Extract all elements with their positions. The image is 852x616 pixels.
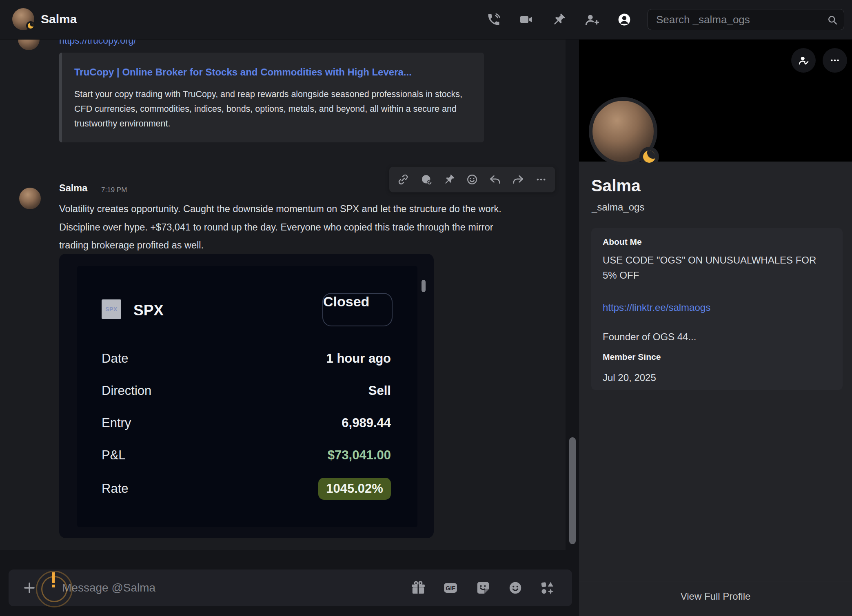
message-text: Volatility creates opportunity. Caught t…	[59, 200, 524, 255]
idle-moon-icon	[643, 151, 655, 163]
sticker-icon	[475, 580, 491, 596]
trade-status-badge: Closed	[322, 293, 393, 326]
profile-link[interactable]: https://linktr.ee/salmaogs	[603, 300, 710, 315]
super-reaction-icon	[420, 173, 433, 186]
rate-badge: 1045.02%	[318, 478, 391, 500]
user-profile-panel: Salma _salma_ogs About Me USE CODE "OGS"…	[579, 39, 852, 616]
profile-more-button[interactable]	[823, 48, 847, 73]
trade-row-value: 1 hour ago	[326, 351, 391, 366]
status-badge	[639, 147, 659, 166]
friend-added-button[interactable]	[791, 48, 816, 73]
trade-row-value: Sell	[368, 383, 391, 398]
emoji-icon	[508, 580, 523, 596]
founder-text: Founder of OGS 44...	[603, 329, 696, 344]
idle-moon-icon	[28, 23, 33, 29]
video-call-button[interactable]	[517, 11, 535, 29]
chat-scrollbar[interactable]	[569, 437, 576, 544]
embed-title-link[interactable]: TruCopy | Online Broker for Stocks and C…	[74, 63, 425, 81]
friend-added-icon	[798, 55, 809, 66]
spx-icon-label: SPX	[105, 306, 118, 312]
profile-info-card: About Me USE CODE "OGS" ON UNUSUALWHALES…	[591, 228, 843, 390]
trade-row-label: Rate	[102, 481, 128, 496]
gift-icon	[410, 580, 426, 596]
apps-button[interactable]	[538, 579, 556, 597]
voice-call-button[interactable]	[485, 11, 503, 29]
panel-divider	[579, 581, 852, 581]
trade-row-pnl: P&L $73,041.00	[102, 446, 391, 464]
forward-button[interactable]	[509, 171, 527, 188]
add-friend-icon	[584, 12, 599, 27]
more-options-button[interactable]	[532, 171, 550, 188]
more-options-icon	[829, 55, 841, 66]
reply-icon	[489, 173, 501, 186]
dm-header: Salma	[0, 0, 852, 40]
gif-picker-button[interactable]: GIF	[442, 579, 459, 597]
spx-ticker-icon: SPX	[102, 299, 121, 319]
apps-icon	[539, 580, 555, 596]
message-author[interactable]: Salma	[59, 183, 87, 194]
add-friend-button[interactable]	[583, 11, 601, 29]
header-status-badge	[26, 21, 35, 30]
discord-dm-window: https://trucopy.org/ TruCopy | Online Br…	[0, 0, 852, 616]
copy-link-button[interactable]	[394, 171, 412, 188]
pin-icon	[443, 173, 455, 186]
search-box	[648, 9, 844, 30]
message-timestamp: 7:19 PM	[101, 186, 127, 194]
link-embed: TruCopy | Online Broker for Stocks and C…	[59, 53, 484, 142]
trade-row-value: $73,041.00	[328, 448, 391, 463]
attach-plus-button[interactable]	[20, 579, 38, 597]
gif-label: GIF	[446, 585, 455, 592]
embed-description: Start your copy trading with TruCopy, an…	[74, 87, 468, 131]
message-actions-toolbar	[389, 166, 555, 193]
plus-icon	[22, 581, 37, 595]
trade-row-label: Entry	[102, 416, 131, 430]
more-options-icon	[535, 173, 547, 186]
about-me-text: USE CODE "OGS" ON UNUSUALWHALES FOR 5% O…	[603, 253, 826, 283]
trade-row-label: Direction	[102, 383, 151, 398]
avatar[interactable]	[19, 188, 41, 209]
trade-row-date: Date 1 hour ago	[102, 350, 391, 368]
search-icon	[827, 14, 838, 26]
add-reaction-icon	[466, 173, 478, 186]
pin-message-button[interactable]	[440, 171, 458, 188]
super-reaction-button[interactable]	[417, 171, 435, 188]
video-call-icon	[519, 12, 533, 27]
profile-username: _salma_ogs	[592, 202, 644, 213]
message-input[interactable]: Message @Salma	[62, 581, 155, 594]
trade-row-label: P&L	[102, 448, 126, 463]
gift-button[interactable]	[409, 579, 427, 597]
trade-row-value: 6,989.44	[342, 416, 391, 430]
emoji-button[interactable]	[506, 579, 524, 597]
trade-mini-scrollbar	[422, 280, 426, 292]
trade-attachment-image[interactable]: SPX SPX Closed Date 1 hour ago Direction…	[59, 254, 434, 538]
link-icon	[397, 173, 409, 186]
forward-icon	[512, 173, 524, 186]
profile-display-name: Salma	[591, 176, 641, 195]
trade-row-entry: Entry 6,989.44	[102, 414, 391, 432]
dm-title: Salma	[41, 12, 77, 26]
member-since-label: Member Since	[603, 352, 661, 362]
gif-picker-icon: GIF	[443, 580, 458, 596]
pinned-messages-button[interactable]	[550, 11, 568, 29]
view-full-profile-button[interactable]: View Full Profile	[579, 591, 852, 602]
search-input[interactable]	[648, 9, 844, 30]
reply-button[interactable]	[486, 171, 504, 188]
sticker-button[interactable]	[474, 579, 492, 597]
trade-symbol: SPX	[133, 302, 164, 319]
trade-row-direction: Direction Sell	[102, 382, 391, 400]
toggle-profile-button[interactable]	[615, 11, 633, 29]
member-since-value: Jul 20, 2025	[603, 370, 656, 385]
trade-row-label: Date	[102, 351, 128, 366]
pinned-messages-icon	[552, 12, 566, 27]
chat-area: https://trucopy.org/ TruCopy | Online Br…	[0, 0, 566, 616]
about-me-label: About Me	[603, 237, 642, 247]
call-icon	[486, 12, 501, 27]
user-profile-icon	[617, 12, 632, 27]
add-reaction-button[interactable]	[463, 171, 481, 188]
